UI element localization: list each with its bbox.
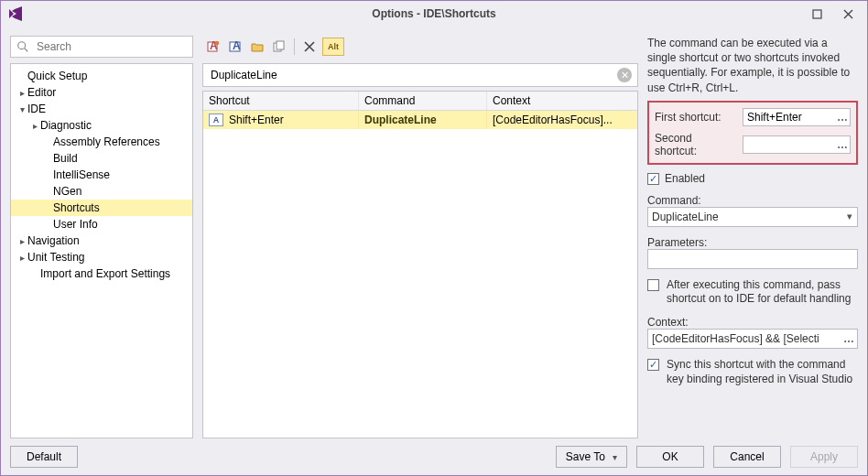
alt-toggle-button[interactable]: Alt [322, 38, 344, 56]
tree-item[interactable]: ▸Quick Setup [11, 68, 192, 84]
shortcut-input-block: First shortcut: … Second shortcut: … [647, 101, 858, 165]
options-window: Options - IDE\Shortcuts ▸Quick Setup▸Edi… [0, 0, 868, 476]
tree-item[interactable]: ▸Assembly References [11, 134, 192, 150]
svg-text:A: A [233, 40, 241, 52]
context-browse[interactable]: … [843, 332, 854, 345]
svg-rect-0 [813, 10, 821, 18]
tree-item-label: Quick Setup [27, 70, 87, 82]
search-icon [16, 40, 29, 53]
window-title: Options - IDE\Shortcuts [1, 7, 867, 20]
ok-button[interactable]: OK [636, 446, 704, 468]
first-shortcut-label: First shortcut: [655, 111, 737, 124]
shortcuts-toolbar: A A Alt [202, 36, 638, 58]
tree-item-label: Diagnostic [40, 119, 92, 132]
cell-command: DuplicateLine [359, 111, 487, 129]
shortcuts-panel: A A Alt ✕ Shortcut Command Context AShif… [202, 36, 638, 438]
edit-shortcut-button[interactable]: A [226, 38, 244, 56]
second-shortcut-input[interactable] [743, 135, 851, 154]
header-shortcut[interactable]: Shortcut [203, 92, 359, 110]
category-tree[interactable]: ▸Quick Setup▸Editor▾IDE▸Diagnostic▸Assem… [10, 63, 193, 438]
tree-item-label: Navigation [27, 234, 80, 247]
caret-icon: ▸ [29, 121, 40, 131]
command-value: DuplicateLine [652, 211, 719, 223]
tree-item-label: Assembly References [53, 135, 160, 148]
context-value: [CodeEditorHasFocus] && [Selecti [652, 332, 819, 345]
tree-item[interactable]: ▸NGen [11, 183, 192, 200]
tree-item-label: Import and Export Settings [40, 267, 170, 280]
caret-icon: ▾ [16, 104, 27, 114]
description-text: The command can be executed via a single… [647, 36, 858, 95]
tree-item[interactable]: ▸Shortcuts [11, 200, 192, 216]
filter-input[interactable] [209, 68, 617, 82]
svg-point-5 [215, 41, 219, 45]
tree-item-label: Unit Testing [27, 251, 84, 264]
sync-label: Sync this shortcut with the command key … [667, 358, 858, 386]
search-box[interactable] [10, 36, 193, 58]
first-shortcut-input[interactable] [743, 108, 851, 126]
new-shortcut-button[interactable]: A [204, 38, 222, 56]
duplicate-button[interactable] [270, 38, 288, 56]
tree-item-label: Editor [27, 86, 56, 99]
parameters-input[interactable] [647, 249, 858, 269]
second-shortcut-label: Second shortcut: [655, 132, 737, 157]
enabled-checkbox[interactable]: ✓ [647, 173, 659, 185]
tree-item[interactable]: ▸Build [11, 150, 192, 167]
tree-item-label: NGen [53, 185, 81, 198]
tree-item-label: Shortcuts [53, 201, 100, 214]
tree-item[interactable]: ▾IDE [11, 101, 192, 117]
command-select[interactable]: DuplicateLine [647, 207, 858, 227]
cell-context: [CodeEditorHasFocus]... [487, 111, 637, 129]
pass-to-ide-checkbox[interactable] [647, 279, 659, 291]
titlebar: Options - IDE\Shortcuts [1, 1, 867, 27]
tree-item[interactable]: ▸Diagnostic [11, 117, 192, 134]
close-button[interactable] [832, 4, 863, 24]
delete-button[interactable] [300, 38, 319, 56]
tree-item-label: User Info [53, 218, 98, 231]
dialog-footer: Default Save To OK Cancel Apply [1, 444, 867, 475]
table-body: AShift+EnterDuplicateLine[CodeEditorHasF… [203, 111, 637, 438]
apply-button[interactable]: Apply [790, 446, 858, 468]
tree-item[interactable]: ▸Import and Export Settings [11, 265, 192, 282]
open-folder-button[interactable] [248, 38, 266, 56]
save-to-button[interactable]: Save To [556, 446, 627, 468]
tree-item[interactable]: ▸IntelliSense [11, 167, 192, 183]
caret-icon: ▸ [16, 88, 27, 98]
filter-box[interactable]: ✕ [202, 63, 638, 87]
caret-icon: ▸ [16, 253, 27, 263]
cancel-button[interactable]: Cancel [713, 446, 781, 468]
app-icon [6, 5, 25, 23]
command-label: Command: [647, 194, 858, 207]
toolbar-separator [294, 38, 295, 55]
tree-item[interactable]: ▸Navigation [11, 233, 192, 249]
maximize-button[interactable] [801, 4, 832, 24]
shortcut-row-icon: A [209, 114, 223, 126]
tree-item[interactable]: ▸Unit Testing [11, 249, 192, 265]
context-field[interactable]: [CodeEditorHasFocus] && [Selecti … [647, 329, 858, 349]
svg-point-1 [18, 42, 26, 49]
tree-item-label: IntelliSense [53, 168, 110, 181]
svg-line-2 [25, 49, 28, 52]
default-button[interactable]: Default [10, 446, 78, 468]
sync-checkbox[interactable]: ✓ [647, 359, 659, 371]
shortcuts-table: Shortcut Command Context AShift+EnterDup… [202, 91, 638, 438]
tree-item-label: Build [53, 152, 78, 165]
parameters-label: Parameters: [647, 236, 858, 249]
header-context[interactable]: Context [487, 92, 637, 110]
second-shortcut-browse[interactable]: … [836, 137, 849, 152]
context-label: Context: [647, 316, 858, 329]
cell-shortcut: Shift+Enter [229, 114, 284, 126]
table-header: Shortcut Command Context [203, 92, 637, 111]
table-row[interactable]: AShift+EnterDuplicateLine[CodeEditorHasF… [203, 111, 637, 129]
clear-filter-button[interactable]: ✕ [617, 68, 632, 82]
svg-rect-9 [277, 41, 284, 49]
header-command[interactable]: Command [359, 92, 487, 110]
tree-item-label: IDE [27, 103, 46, 115]
pass-to-ide-label: After executing this command, pass short… [667, 278, 858, 307]
enabled-label: Enabled [665, 172, 705, 185]
details-panel: The command can be executed via a single… [647, 36, 858, 438]
first-shortcut-browse[interactable]: … [836, 110, 849, 124]
caret-icon: ▸ [16, 236, 27, 246]
tree-item[interactable]: ▸User Info [11, 216, 192, 233]
tree-item[interactable]: ▸Editor [11, 84, 192, 101]
search-input[interactable] [35, 39, 187, 54]
